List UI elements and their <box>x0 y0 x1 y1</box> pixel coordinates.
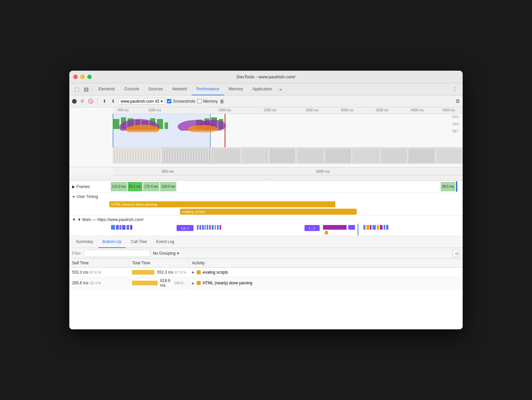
bottom-ruler: 500 ms 1000 ms <box>113 167 463 175</box>
orange-graph <box>113 119 463 132</box>
dock-icon[interactable]: ▤ <box>81 85 91 94</box>
main-track-svg: La...t L...t <box>109 224 463 236</box>
cell-selftime-2: 265.6 ms 32.4 % <box>69 279 129 287</box>
table-row: 265.6 ms 32.4 % 818.9 ms 100.0... ▶ HTML… <box>69 277 463 289</box>
grouping-dropdown-icon: ▾ <box>177 251 179 256</box>
user-timing-section: ▼ User Timing HTML (nearly) done parsing… <box>69 193 463 216</box>
html-parsing-label: HTML (nearly) done parsing <box>111 202 157 206</box>
frames-row: ▶ Frames 113.9 ms 83.1 ms 172.4 ms 109.0… <box>69 181 463 193</box>
tab-sources[interactable]: Sources <box>144 83 168 95</box>
frame-5: 89.5 ms <box>441 182 455 191</box>
frame-4: 109.0 ms <box>160 182 176 191</box>
record-button[interactable] <box>72 99 77 104</box>
frames-expand-icon[interactable]: ▶ <box>72 184 75 189</box>
record-bar: ↺ 🚫 ⬆ ⬇ www.paulirish.com #2 ▾ Screensho… <box>69 95 463 107</box>
main-collapse-icon[interactable]: ▼ <box>72 217 76 222</box>
totaltime-bar-2 <box>132 281 158 285</box>
upload-icon[interactable]: ⬆ <box>101 98 108 105</box>
expand-arrow-2[interactable]: ▶ <box>192 281 195 285</box>
separator <box>97 98 98 105</box>
main-header: ▼ ▼ Main — https://www.paulirish.com/ <box>69 216 463 224</box>
totaltime-bar-1 <box>132 270 154 275</box>
totaltime-val-2: 818.9 ms <box>160 278 173 288</box>
graph-area <box>113 114 463 147</box>
tab-elements[interactable]: Elements <box>94 83 120 95</box>
nav-tabs: ⬚ ▤ Elements Console Sources Network Per… <box>69 83 463 95</box>
memory-checkbox[interactable] <box>197 99 202 103</box>
grouping-select[interactable]: No Grouping ▾ <box>153 251 179 256</box>
memory-checkbox-row: Memory <box>197 99 218 104</box>
svg-rect-33 <box>215 225 216 230</box>
activity-color-1 <box>197 270 201 274</box>
collapse-button[interactable]: ◁ <box>453 250 460 257</box>
cell-activity-1: ▶ evaling scripts <box>189 269 463 276</box>
svg-rect-19 <box>119 225 121 230</box>
svg-rect-26 <box>197 225 198 230</box>
clear-icon[interactable]: 🚫 <box>87 98 94 105</box>
tab-event-log[interactable]: Event Log <box>152 236 178 248</box>
tab-bottom-up[interactable]: Bottom-Up <box>98 236 125 248</box>
svg-rect-41 <box>363 225 365 230</box>
screenshot-thumb-1 <box>113 148 163 164</box>
table-empty-area <box>69 289 463 329</box>
screenshots-checkbox[interactable] <box>167 99 171 103</box>
tab-performance[interactable]: Performance <box>192 83 224 95</box>
table-row: 553.3 ms 67.6 % 553.3 ms 67.6 % ▶ evalin… <box>69 268 463 277</box>
totaltime-pct-2: 100.0... <box>174 281 186 285</box>
tab-network[interactable]: Network <box>168 83 192 95</box>
svg-rect-42 <box>366 225 369 230</box>
cell-totaltime-2: 818.9 ms 100.0... <box>129 277 189 289</box>
ruler-3500ms: 3500 ms <box>376 108 388 112</box>
col-header-activity: Activity <box>189 259 463 267</box>
svg-text:La...t: La...t <box>181 226 189 230</box>
more-tabs[interactable]: » <box>277 87 285 92</box>
svg-rect-22 <box>130 225 132 230</box>
svg-rect-32 <box>212 225 214 230</box>
svg-rect-48 <box>386 225 388 230</box>
time-ruler: 500 ms 1000 ms 1500 ms 2000 ms 2500 ms 3… <box>113 107 463 114</box>
trash-icon[interactable]: 🗑 <box>220 99 224 104</box>
tab-memory[interactable]: Memory <box>224 83 248 95</box>
expand-arrow-1[interactable]: ▶ <box>192 270 195 274</box>
grouping-label: No Grouping <box>153 251 176 256</box>
filter-row: Filter No Grouping ▾ ◁ <box>69 248 463 259</box>
svg-rect-27 <box>200 225 201 230</box>
cell-activity-2: ▶ HTML (nearly) done parsing <box>189 279 463 287</box>
tab-console[interactable]: Console <box>120 83 144 95</box>
cursor-icon[interactable]: ⬚ <box>72 85 81 94</box>
ruler-2500ms: 2500 ms <box>306 108 318 112</box>
screenshots-checkbox-row: Screenshots <box>167 99 195 104</box>
settings-icon[interactable]: ⚙ <box>455 98 460 104</box>
filter-input[interactable] <box>84 250 150 257</box>
evaling-label: evaling scripts <box>182 210 205 214</box>
svg-text:L...t: L...t <box>309 226 315 230</box>
svg-rect-34 <box>217 225 219 230</box>
screenshot-strip-rest <box>213 148 463 164</box>
devtools-menu[interactable]: ⋮ <box>449 86 460 92</box>
frame-3: 172.4 ms <box>143 182 159 191</box>
totaltime-pct-1: 67.6 % <box>175 270 186 274</box>
maximize-button[interactable] <box>87 75 92 79</box>
ruler-4500ms: 4500 ms <box>442 108 455 112</box>
ruler-500ms: 500 ms <box>118 108 129 112</box>
minimize-button[interactable] <box>80 75 85 79</box>
frames-label: ▶ Frames <box>69 184 109 189</box>
download-icon[interactable]: ⬇ <box>110 98 116 105</box>
reload-icon[interactable]: ↺ <box>79 98 85 105</box>
html-parsing-row: HTML (nearly) done parsing <box>109 201 463 208</box>
screenshot-strip <box>113 147 463 164</box>
tab-application[interactable]: Application <box>248 83 277 95</box>
ruler-3000ms: 3000 ms <box>341 108 353 112</box>
filter-label: Filter <box>72 251 81 256</box>
url-selector[interactable]: www.paulirish.com #2 ▾ <box>118 98 165 105</box>
selftime-val-2: 265.6 ms <box>72 281 88 285</box>
separator <box>92 86 92 93</box>
activity-label-2: HTML (nearly) done parsing <box>203 281 252 285</box>
tab-summary[interactable]: Summary <box>72 236 97 248</box>
dropdown-arrow-icon: ▾ <box>161 99 163 104</box>
svg-rect-18 <box>116 225 119 230</box>
tab-call-tree[interactable]: Call Tree <box>127 236 151 248</box>
user-timing-collapse-icon[interactable]: ▼ <box>72 195 75 199</box>
close-button[interactable] <box>73 75 78 79</box>
activity-color-2 <box>197 281 201 285</box>
